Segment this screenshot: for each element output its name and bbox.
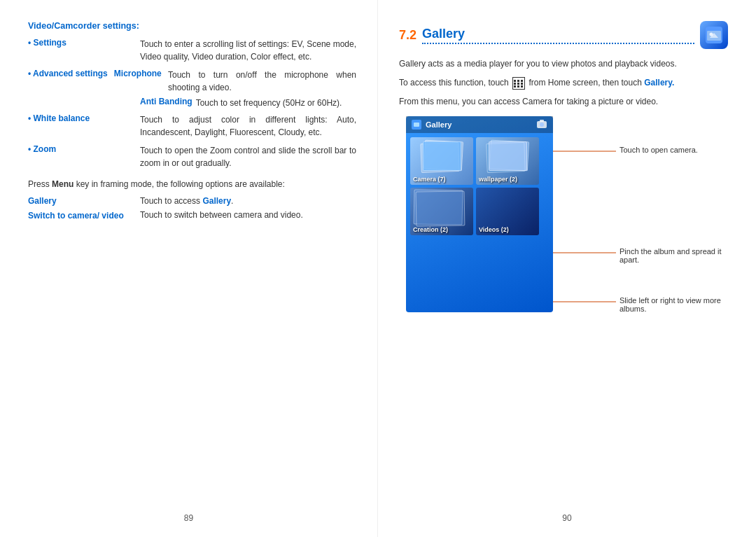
callout-camera-text: Touch to open camera. xyxy=(620,146,698,154)
settings-label: • Settings xyxy=(28,38,140,48)
access-text-gallery: Gallery. xyxy=(644,78,674,88)
gallery-option-link: Gallery xyxy=(202,196,231,206)
gallery-header-text: Gallery xyxy=(426,120,451,129)
thumb3 xyxy=(423,141,461,171)
gallery-section: Gallery xyxy=(399,116,728,333)
white-balance-row: • White balance Touch to adjust color in… xyxy=(28,113,356,139)
microphone-desc: Touch to turn on/off the microphone when… xyxy=(168,69,356,94)
wallpaper-album-label: wallpaper (2) xyxy=(479,176,517,183)
gallery-option-row: Gallery Touch to access Gallery. xyxy=(28,196,356,206)
albums-grid: Camera (7) wallpaper (2) xyxy=(406,133,553,239)
switch-camera-row: Switch to camera/ video Touch to switch … xyxy=(28,210,356,222)
anti-banding-row: Anti Banding Touch to set frequency (50H… xyxy=(140,97,356,109)
menu-text: From this menu, you can access Camera fo… xyxy=(399,95,728,109)
callout-slide-text: Slide left or right to view more albums. xyxy=(620,296,728,313)
left-page: Video/Camcorder settings: • Settings Tou… xyxy=(0,0,378,537)
white-balance-label: • White balance xyxy=(28,113,140,123)
page-num-left: 89 xyxy=(184,513,193,523)
gallery-mockup-header: Gallery xyxy=(406,116,553,133)
zoom-label: • Zoom xyxy=(28,144,140,154)
settings-desc: Touch to enter a scrolling list of setti… xyxy=(140,38,356,63)
gallery-option-label: Gallery xyxy=(28,196,140,206)
white-balance-desc: Touch to adjust color in different light… xyxy=(140,113,356,139)
access-text-from: from Home screen, then touch xyxy=(528,78,641,88)
videos-album-label: Videos (2) xyxy=(479,226,509,233)
switch-camera-label: Switch to camera/ video xyxy=(28,210,140,222)
zoom-desc: Touch to open the Zoom control and slide… xyxy=(140,144,356,169)
wall-thumb3 xyxy=(489,141,527,171)
callout-pinch-text: Pinch the album and spread it apart. xyxy=(620,247,728,264)
page-spread: Video/Camcorder settings: • Settings Tou… xyxy=(0,0,756,537)
settings-row: • Settings Touch to enter a scrolling li… xyxy=(28,38,356,63)
zoom-row: • Zoom Touch to open the Zoom control an… xyxy=(28,144,356,169)
advanced-settings-label: • Advanced settings xyxy=(28,69,111,78)
chapter-num: 7.2 xyxy=(399,28,416,43)
anti-banding-section: Anti Banding Touch to set frequency (50H… xyxy=(140,97,356,109)
section-title: Video/Camcorder settings: xyxy=(28,21,356,31)
chapter-title: Gallery xyxy=(422,27,694,44)
gallery-camera-btn xyxy=(536,119,547,130)
adv-label-group: • Advanced settings Microphone xyxy=(28,69,168,78)
intro-text: Gallery acts as a media player for you t… xyxy=(399,57,728,71)
switch-camera-desc: Touch to switch between camera and video… xyxy=(140,210,356,220)
page-num-right: 90 xyxy=(562,513,571,523)
access-text: To access this function, touch from Home… xyxy=(399,76,728,90)
creation-album-label: Creation (2) xyxy=(413,226,448,233)
videos-content xyxy=(503,198,512,225)
svg-point-7 xyxy=(540,123,544,127)
svg-rect-8 xyxy=(540,120,544,122)
anti-banding-label: Anti Banding xyxy=(140,97,192,106)
anti-banding-desc: Touch to set frequency (50Hz or 60Hz). xyxy=(196,97,342,109)
press-menu-text: Press Menu key in framing mode, the foll… xyxy=(28,178,356,190)
microphone-label: Microphone xyxy=(114,69,162,78)
camera-album-label: Camera (7) xyxy=(413,176,446,183)
album-wallpaper: wallpaper (2) xyxy=(476,137,539,185)
chapter-header: 7.2 Gallery xyxy=(399,21,728,49)
svg-rect-5 xyxy=(414,123,419,127)
gallery-app-icon xyxy=(700,21,728,49)
album-camera: Camera (7) xyxy=(410,137,473,185)
access-text-before: To access this function, touch xyxy=(399,78,509,88)
creation-thumb2 xyxy=(416,190,465,226)
advanced-microphone-row: • Advanced settings Microphone Touch to … xyxy=(28,69,356,94)
gallery-mockup: Gallery xyxy=(406,116,553,312)
grid-dots xyxy=(514,80,524,88)
gallery-option-desc: Touch to access Gallery. xyxy=(140,196,356,206)
album-creation: Creation (2) xyxy=(410,188,473,235)
grid-icon xyxy=(512,77,525,90)
album-videos: Videos (2) xyxy=(476,188,539,235)
right-page: 7.2 Gallery Gallery acts as a media play… xyxy=(378,0,756,537)
gallery-header-icon xyxy=(412,120,421,130)
